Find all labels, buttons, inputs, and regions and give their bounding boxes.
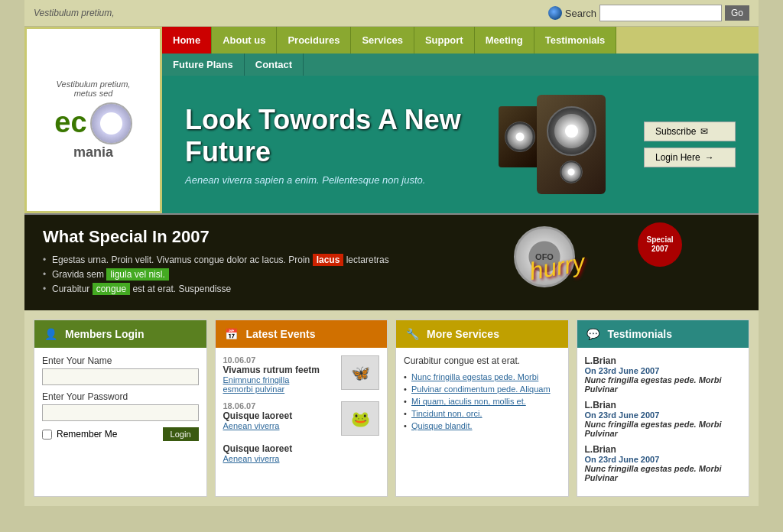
login-here-button[interactable]: Login Here → — [644, 148, 736, 167]
hero-speakers — [468, 91, 621, 198]
test-text-1: Nunc fringilla egestas pede. Morbi Pulvi… — [585, 375, 742, 394]
nav-area: Home About us Procidures Services Suppor… — [162, 27, 759, 213]
logo-tagline: metus sed — [74, 89, 113, 98]
events-body: 10.06.07 Vivamus rutrum feetm Enimnunc f… — [216, 348, 388, 478]
service-link-5[interactable]: Quisque blandit. — [411, 421, 473, 430]
speaker-small-icon — [499, 106, 541, 167]
service-item-4: Tincidunt non. orci. — [404, 409, 560, 418]
subscribe-button[interactable]: Subscribe ✉ — [644, 122, 736, 141]
event-date-2: 18.06.07 — [223, 401, 336, 410]
service-intro: Curabitur congue est at erat. — [404, 355, 560, 366]
event-image-1: 🦋 — [341, 355, 379, 390]
nav-meeting[interactable]: Meeting — [475, 27, 534, 54]
special-item-1: Egestas urna. Proin velit. Vivamus congu… — [43, 255, 740, 265]
special-items-list: Egestas urna. Proin velit. Vivamus congu… — [43, 255, 740, 294]
latest-events-box: 📅 Latest Events 10.06.07 Vivamus rutrum … — [215, 320, 388, 497]
bottom-columns: 👤 Members Login Enter Your Name Enter Yo… — [24, 310, 759, 506]
test-name-3: L.Brian — [585, 444, 742, 455]
members-header: 👤 Members Login — [34, 320, 206, 348]
logo-sub: mania — [73, 144, 113, 161]
logo-main: ec — [54, 108, 86, 137]
remember-checkbox[interactable] — [42, 430, 52, 440]
event-text-2: 18.06.07 Quisque laoreet Aenean viverra — [223, 401, 336, 430]
search-input[interactable] — [599, 5, 722, 21]
remember-row: Remember Me Login — [42, 427, 199, 441]
service-link-3[interactable]: Mi quam, iaculis non, mollis et. — [411, 397, 526, 406]
special-title: What Special In 2007 — [43, 227, 740, 247]
testimonials-body: L.Brian On 23rd June 2007 Nunc fringilla… — [577, 348, 749, 496]
nav-future-plans[interactable]: Future Plans — [162, 54, 245, 76]
logo-cd-icon — [90, 102, 132, 144]
services-header: 🔧 More Services — [396, 320, 568, 348]
events-header: 📅 Latest Events — [216, 320, 388, 348]
service-item-3: Mi quam, iaculis non, mollis et. — [404, 397, 560, 406]
members-body: Enter Your Name Enter Your Password Reme… — [34, 348, 206, 449]
service-link-2[interactable]: Pulvinar condimentum pede. Aliquam — [411, 384, 551, 394]
highlight-ligula: ligula vel nisl. — [106, 268, 168, 281]
services-body: Curabitur congue est at erat. Nunc fring… — [396, 348, 568, 441]
special-item-3: Curabitur congue est at erat. Suspendiss… — [43, 284, 740, 294]
nav-procidures[interactable]: Procidures — [277, 27, 351, 54]
event-title-1: Vivamus rutrum feetm — [223, 365, 336, 375]
event-date-1: 10.06.07 — [223, 355, 336, 365]
special-item-2: Gravida sem ligula vel nisl. — [43, 269, 740, 280]
event-text-3: Quisque laoreet Aenean viverra — [223, 443, 380, 463]
password-label: Enter Your Password — [42, 391, 199, 402]
top-bar: Vestibulum pretium, Search Go — [24, 0, 759, 27]
highlight-congue: congue — [93, 283, 130, 295]
more-services-box: 🔧 More Services Curabitur congue est at … — [395, 320, 569, 497]
globe-icon — [548, 6, 562, 20]
event-image-2: 🐸 — [341, 401, 379, 436]
nav-bottom: Future Plans Contact — [162, 54, 759, 76]
service-item-2: Pulvinar condimentum pede. Aliquam — [404, 384, 560, 394]
calendar-icon: 📅 — [223, 326, 240, 342]
name-input[interactable] — [42, 368, 199, 385]
nav-top: Home About us Procidures Services Suppor… — [162, 27, 759, 54]
login-button[interactable]: Login — [163, 427, 199, 441]
nav-testimonials[interactable]: Testimonials — [534, 27, 617, 54]
speaker-cone-icon — [505, 122, 535, 152]
search-label: Search — [548, 6, 596, 20]
event-link-2a[interactable]: Aenean viverra — [223, 421, 336, 430]
testimonial-2: L.Brian On 23rd June 2007 Nunc fringilla… — [585, 400, 742, 438]
testimonial-3: L.Brian On 23rd June 2007 Nunc fringilla… — [585, 444, 742, 482]
password-input[interactable] — [42, 404, 199, 421]
chat-icon: 💬 — [585, 326, 602, 342]
nav-support[interactable]: Support — [414, 27, 475, 54]
test-date-2: On 23rd June 2007 — [585, 410, 742, 420]
arrow-icon: → — [705, 152, 714, 163]
hurry-badge: OFO hurry — [514, 222, 606, 299]
service-item-1: Nunc fringilla egestas pede. Morbi — [404, 372, 560, 381]
hero-banner: Look Towords A New Future Aenean viverra… — [162, 76, 759, 213]
remember-label: Remember Me — [57, 429, 117, 440]
service-link-4[interactable]: Tincidunt non. orci. — [411, 409, 482, 418]
test-name-1: L.Brian — [585, 355, 742, 366]
event-link-3a[interactable]: Aenean viverra — [223, 454, 380, 463]
event-title-3: Quisque laoreet — [223, 443, 380, 454]
wrench-icon: 🔧 — [404, 326, 421, 342]
name-label: Enter Your Name — [42, 355, 199, 366]
header: Vestibulum pretium, metus sed ec mania H… — [24, 27, 759, 215]
top-text: Vestibulum pretium, — [34, 8, 115, 18]
nav-contact[interactable]: Contact — [245, 54, 304, 76]
speaker-cone-small-icon — [560, 161, 583, 183]
nav-about[interactable]: About us — [212, 27, 277, 54]
testimonials-header: 💬 Testimonials — [577, 320, 749, 348]
search-go-button[interactable]: Go — [725, 5, 749, 21]
logo-tagline2: Vestibulum pretium, — [57, 79, 131, 89]
event-link-1a[interactable]: Enimnunc fringilla — [223, 375, 336, 384]
special-section: What Special In 2007 Egestas urna. Proin… — [24, 215, 759, 310]
testimonials-box: 💬 Testimonials L.Brian On 23rd June 2007… — [577, 320, 750, 497]
nav-home[interactable]: Home — [162, 27, 212, 54]
test-name-2: L.Brian — [585, 400, 742, 410]
nav-services[interactable]: Services — [351, 27, 414, 54]
event-item-3: Quisque laoreet Aenean viverra — [223, 443, 380, 463]
special-2007-badge: Special 2007 — [638, 222, 682, 267]
hero-text-area: Look Towords A New Future Aenean viverra… — [185, 104, 468, 186]
hero-buttons: Subscribe ✉ Login Here → — [644, 122, 736, 167]
logo-area: Vestibulum pretium, metus sed ec mania — [24, 27, 162, 213]
event-link-1b[interactable]: esmorbi pulvinar — [223, 384, 336, 394]
service-link-1[interactable]: Nunc fringilla egestas pede. Morbi — [411, 372, 538, 381]
event-text-1: 10.06.07 Vivamus rutrum feetm Enimnunc f… — [223, 355, 336, 394]
event-title-2: Quisque laoreet — [223, 410, 336, 421]
